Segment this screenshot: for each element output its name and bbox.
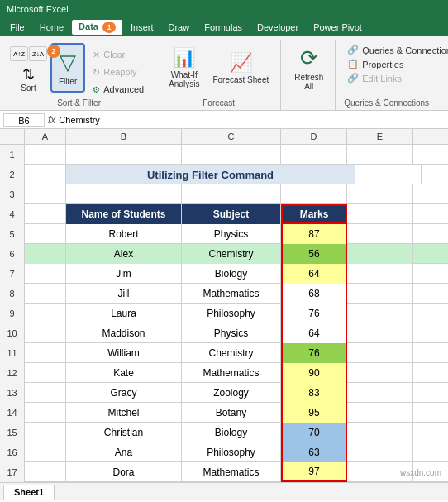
cell-a8[interactable] xyxy=(25,284,66,304)
cell-e2[interactable] xyxy=(355,165,422,184)
cell-e3[interactable] xyxy=(347,184,413,204)
cell-marks-11[interactable]: 76 xyxy=(281,343,347,363)
cell-name-14[interactable]: Mitchel xyxy=(66,403,182,423)
cell-subject-9[interactable]: Philosophy xyxy=(182,304,281,323)
cell-e9[interactable] xyxy=(347,304,413,323)
cell-marks-8[interactable]: 68 xyxy=(281,284,347,304)
cell-a13[interactable] xyxy=(25,383,66,403)
cell-marks-5[interactable]: 87 xyxy=(281,224,347,244)
properties-button[interactable]: 📋 Properties xyxy=(344,57,407,71)
cell-name-8[interactable]: Jill xyxy=(66,284,182,304)
reapply-button[interactable]: ↻ Reapply xyxy=(88,64,148,80)
cell-marks-9[interactable]: 76 xyxy=(281,304,347,323)
cell-a15[interactable] xyxy=(25,423,66,442)
cell-a11[interactable] xyxy=(25,343,66,363)
forecast-sheet-button[interactable]: 📈 Forecast Sheet xyxy=(207,43,274,93)
menu-file[interactable]: File xyxy=(3,21,31,34)
menu-insert[interactable]: Insert xyxy=(124,21,160,34)
cell-name-10[interactable]: Maddison xyxy=(66,323,182,343)
what-if-button[interactable]: 📊 What-IfAnalysis xyxy=(164,43,204,93)
cell-subject-17[interactable]: Mathematics xyxy=(182,462,281,482)
cell-b1[interactable] xyxy=(66,145,182,165)
cell-subject-8[interactable]: Mathematics xyxy=(182,284,281,304)
cell-reference[interactable]: B6 xyxy=(3,113,45,127)
cell-marks-7[interactable]: 64 xyxy=(281,264,347,284)
cell-a16[interactable] xyxy=(25,442,66,462)
cell-e16[interactable] xyxy=(347,442,413,462)
cell-a5[interactable] xyxy=(25,224,66,244)
cell-subject-6[interactable]: Chemistry xyxy=(182,244,281,264)
cell-name-15[interactable]: Christian xyxy=(66,423,182,442)
cell-e7[interactable] xyxy=(347,264,413,284)
cell-d3[interactable] xyxy=(281,184,347,204)
cell-subject-13[interactable]: Zoology xyxy=(182,383,281,403)
cell-e14[interactable] xyxy=(347,403,413,423)
cell-marks-17[interactable]: 97 xyxy=(281,462,347,482)
cell-a17[interactable] xyxy=(25,462,66,482)
cell-a6[interactable] xyxy=(25,244,66,264)
cell-e4[interactable] xyxy=(347,204,413,224)
cell-e6[interactable] xyxy=(347,244,413,264)
cell-marks-15[interactable]: 70 xyxy=(281,423,347,442)
cell-marks-12[interactable]: 90 xyxy=(281,363,347,383)
cell-e8[interactable] xyxy=(347,284,413,304)
cell-e13[interactable] xyxy=(347,383,413,403)
cell-marks-14[interactable]: 95 xyxy=(281,403,347,423)
cell-a10[interactable] xyxy=(25,323,66,343)
cell-a4[interactable] xyxy=(25,204,66,224)
cell-marks-13[interactable]: 83 xyxy=(281,383,347,403)
edit-links-button[interactable]: 🔗 Edit Links xyxy=(344,71,405,85)
cell-a14[interactable] xyxy=(25,403,66,423)
clear-button[interactable]: ✕ Clear xyxy=(88,46,148,63)
menu-data[interactable]: Data 1 xyxy=(72,20,122,35)
cell-name-11[interactable]: William xyxy=(66,343,182,363)
cell-subject-5[interactable]: Physics xyxy=(182,224,281,244)
cell-marks-6[interactable]: 56 xyxy=(281,244,347,264)
cell-name-12[interactable]: Kate xyxy=(66,363,182,383)
cell-e11[interactable] xyxy=(347,343,413,363)
cell-c1[interactable] xyxy=(182,145,281,165)
refresh-button[interactable]: ⟳ RefreshAll xyxy=(289,43,328,93)
formula-input[interactable] xyxy=(59,113,445,127)
cell-name-6[interactable]: Alex xyxy=(66,244,182,264)
cell-name-5[interactable]: Robert xyxy=(66,224,182,244)
cell-e1[interactable] xyxy=(347,145,413,165)
menu-developer[interactable]: Developer xyxy=(250,21,305,34)
cell-a3[interactable] xyxy=(25,184,66,204)
cell-e10[interactable] xyxy=(347,323,413,343)
menu-home[interactable]: Home xyxy=(33,21,70,34)
menu-draw[interactable]: Draw xyxy=(162,21,197,34)
cell-a1[interactable] xyxy=(25,145,66,165)
menu-power-pivot[interactable]: Power Pivot xyxy=(307,21,369,34)
cell-e5[interactable] xyxy=(347,224,413,244)
cell-subject-11[interactable]: Chemistry xyxy=(182,343,281,363)
cell-subject-14[interactable]: Botany xyxy=(182,403,281,423)
cell-subject-16[interactable]: Philosophy xyxy=(182,442,281,462)
cell-b3[interactable] xyxy=(66,184,182,204)
cell-a12[interactable] xyxy=(25,363,66,383)
menu-formulas[interactable]: Formulas xyxy=(198,21,249,34)
cell-name-17[interactable]: Dora xyxy=(66,462,182,482)
sort-az-button[interactable]: A↑Z xyxy=(10,46,28,61)
advanced-button[interactable]: ⚙ Advanced xyxy=(88,81,148,98)
cell-name-16[interactable]: Ana xyxy=(66,442,182,462)
cell-subject-15[interactable]: Biology xyxy=(182,423,281,442)
cell-e15[interactable] xyxy=(347,423,413,442)
cell-subject-10[interactable]: Physics xyxy=(182,323,281,343)
cell-d1[interactable] xyxy=(281,145,347,165)
cell-marks-16[interactable]: 63 xyxy=(281,442,347,462)
sort-za-button[interactable]: Z↓A xyxy=(29,46,47,61)
cell-name-7[interactable]: Jim xyxy=(66,264,182,284)
cell-e12[interactable] xyxy=(347,363,413,383)
cell-subject-12[interactable]: Mathematics xyxy=(182,363,281,383)
cell-subject-7[interactable]: Biology xyxy=(182,264,281,284)
cell-name-9[interactable]: Laura xyxy=(66,304,182,323)
cell-a7[interactable] xyxy=(25,264,66,284)
sort-button[interactable]: ⇅ Sort xyxy=(12,63,45,96)
sheet-tab-1[interactable]: Sheet1 xyxy=(3,485,55,500)
cell-a9[interactable] xyxy=(25,304,66,323)
cell-a2[interactable] xyxy=(25,165,66,184)
cell-name-13[interactable]: Gracy xyxy=(66,383,182,403)
cell-marks-10[interactable]: 64 xyxy=(281,323,347,343)
cell-c3[interactable] xyxy=(182,184,281,204)
